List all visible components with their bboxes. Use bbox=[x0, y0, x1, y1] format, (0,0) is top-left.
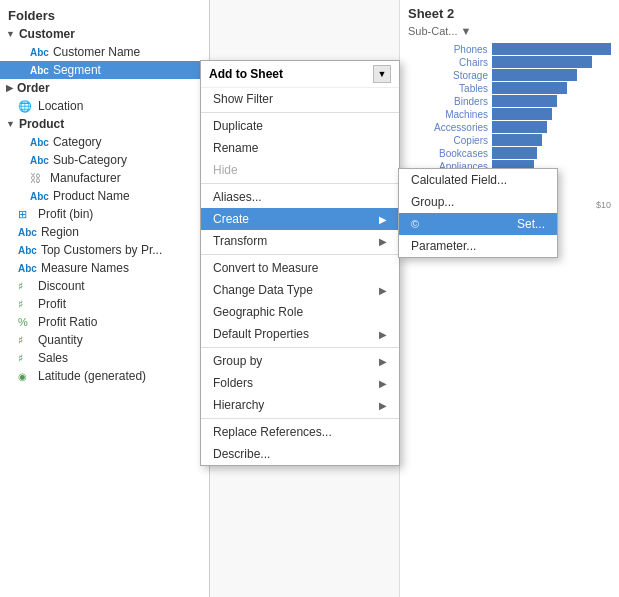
menu-folders[interactable]: Folders ▶ bbox=[201, 372, 399, 394]
item-measure-names[interactable]: Abc Measure Names bbox=[0, 259, 209, 277]
item-segment[interactable]: Abc Segment bbox=[0, 61, 209, 79]
abc-icon: Abc bbox=[30, 191, 49, 202]
item-latitude[interactable]: ◉ Latitude (generated) bbox=[0, 367, 209, 385]
measure-icon: ♯ bbox=[18, 352, 34, 365]
menu-item-label: Hierarchy bbox=[213, 398, 264, 412]
bar-chairs: Chairs bbox=[408, 56, 611, 68]
menu-create[interactable]: Create ▶ bbox=[201, 208, 399, 230]
item-quantity[interactable]: ♯ Quantity bbox=[0, 331, 209, 349]
add-to-sheet-label: Add to Sheet bbox=[209, 67, 373, 81]
item-label: Profit Ratio bbox=[38, 315, 97, 329]
chain-icon: ⛓ bbox=[30, 172, 46, 184]
item-sub-category[interactable]: Abc Sub-Category bbox=[0, 151, 209, 169]
item-label: Top Customers by Pr... bbox=[41, 243, 162, 257]
bar-label: Accessories bbox=[408, 122, 488, 133]
bar-label: Storage bbox=[408, 70, 488, 81]
folder-order[interactable]: ▶ Order bbox=[0, 79, 209, 97]
item-sales[interactable]: ♯ Sales bbox=[0, 349, 209, 367]
item-location[interactable]: 🌐 Location bbox=[0, 97, 209, 115]
submenu-arrow-icon: ▶ bbox=[379, 356, 387, 367]
bar-fill bbox=[492, 82, 567, 94]
menu-rename[interactable]: Rename bbox=[201, 137, 399, 159]
separator bbox=[201, 254, 399, 255]
item-customer-name[interactable]: Abc Customer Name bbox=[0, 43, 209, 61]
submenu-set[interactable]: © Set... bbox=[399, 213, 557, 235]
menu-item-label: Duplicate bbox=[213, 119, 263, 133]
bar-fill bbox=[492, 108, 552, 120]
item-label: Region bbox=[41, 225, 79, 239]
sheet-subtitle: Sub-Cat... ▼ bbox=[408, 25, 611, 37]
menu-aliases[interactable]: Aliases... bbox=[201, 186, 399, 208]
menu-convert-to-measure[interactable]: Convert to Measure bbox=[201, 257, 399, 279]
main-container: Folders ▼ Customer Abc Customer Name Abc… bbox=[0, 0, 619, 597]
item-label: Customer Name bbox=[53, 45, 140, 59]
item-category[interactable]: Abc Category bbox=[0, 133, 209, 151]
menu-describe[interactable]: Describe... bbox=[201, 443, 399, 465]
left-panel: Folders ▼ Customer Abc Customer Name Abc… bbox=[0, 0, 210, 597]
item-profit-bin[interactable]: ⊞ Profit (bin) bbox=[0, 205, 209, 223]
submenu-item-label: Group... bbox=[411, 195, 454, 209]
folder-product-label: Product bbox=[19, 117, 64, 131]
item-label: Profit (bin) bbox=[38, 207, 93, 221]
bar-copiers: Copiers bbox=[408, 134, 611, 146]
bar-machines: Machines bbox=[408, 108, 611, 120]
menu-change-data-type[interactable]: Change Data Type ▶ bbox=[201, 279, 399, 301]
menu-hierarchy[interactable]: Hierarchy ▶ bbox=[201, 394, 399, 416]
menu-group-by[interactable]: Group by ▶ bbox=[201, 350, 399, 372]
menu-item-label: Folders bbox=[213, 376, 253, 390]
item-product-name[interactable]: Abc Product Name bbox=[0, 187, 209, 205]
submenu-arrow-icon: ▶ bbox=[379, 378, 387, 389]
abc-icon: Abc bbox=[30, 47, 49, 58]
item-profit[interactable]: ♯ Profit bbox=[0, 295, 209, 313]
context-menu: Add to Sheet ▼ Show Filter Duplicate Ren… bbox=[200, 60, 400, 466]
menu-geographic-role[interactable]: Geographic Role bbox=[201, 301, 399, 323]
add-to-sheet-dropdown[interactable]: ▼ bbox=[373, 65, 391, 83]
item-manufacturer[interactable]: ⛓ Manufacturer bbox=[0, 169, 209, 187]
item-top-customers[interactable]: Abc Top Customers by Pr... bbox=[0, 241, 209, 259]
measure-icon: ♯ bbox=[18, 298, 34, 311]
globe-icon: ◉ bbox=[18, 371, 34, 382]
separator bbox=[201, 112, 399, 113]
item-label: Quantity bbox=[38, 333, 83, 347]
bar-fill bbox=[492, 134, 542, 146]
bar-label: Bookcases bbox=[408, 148, 488, 159]
menu-replace-references[interactable]: Replace References... bbox=[201, 421, 399, 443]
bar-fill bbox=[492, 95, 557, 107]
bar-tables: Tables bbox=[408, 82, 611, 94]
submenu-arrow-icon: ▶ bbox=[379, 400, 387, 411]
menu-duplicate[interactable]: Duplicate bbox=[201, 115, 399, 137]
triangle-icon: ▼ bbox=[6, 29, 15, 39]
submenu-arrow-icon: ▶ bbox=[379, 236, 387, 247]
item-region[interactable]: Abc Region bbox=[0, 223, 209, 241]
bar-label: Tables bbox=[408, 83, 488, 94]
menu-add-to-sheet[interactable]: Add to Sheet ▼ bbox=[201, 61, 399, 88]
triangle-icon: ▶ bbox=[6, 83, 13, 93]
menu-default-properties[interactable]: Default Properties ▶ bbox=[201, 323, 399, 345]
bar-bookcases: Bookcases bbox=[408, 147, 611, 159]
globe-icon: 🌐 bbox=[18, 100, 34, 113]
submenu-item-label: Parameter... bbox=[411, 239, 476, 253]
submenu-group[interactable]: Group... bbox=[399, 191, 557, 213]
sheet-area: Sheet 2 Sub-Cat... ▼ Phones Chairs Stora… bbox=[399, 0, 619, 597]
menu-show-filter[interactable]: Show Filter bbox=[201, 88, 399, 110]
menu-item-label: Default Properties bbox=[213, 327, 309, 341]
submenu-calculated-field[interactable]: Calculated Field... bbox=[399, 169, 557, 191]
folder-product[interactable]: ▼ Product bbox=[0, 115, 209, 133]
separator bbox=[201, 183, 399, 184]
submenu-arrow-icon: ▶ bbox=[379, 329, 387, 340]
menu-item-label: Show Filter bbox=[213, 92, 273, 106]
abc-icon: Abc bbox=[30, 65, 49, 76]
submenu-parameter[interactable]: Parameter... bbox=[399, 235, 557, 257]
bar-accessories: Accessories bbox=[408, 121, 611, 133]
folder-customer-label: Customer bbox=[19, 27, 75, 41]
item-discount[interactable]: ♯ Discount bbox=[0, 277, 209, 295]
bar-fill bbox=[492, 56, 592, 68]
bar-binders: Binders bbox=[408, 95, 611, 107]
menu-transform[interactable]: Transform ▶ bbox=[201, 230, 399, 252]
menu-item-label: Rename bbox=[213, 141, 258, 155]
menu-item-label: Create bbox=[213, 212, 249, 226]
menu-hide: Hide bbox=[201, 159, 399, 181]
item-profit-ratio[interactable]: % Profit Ratio bbox=[0, 313, 209, 331]
bar-fill bbox=[492, 121, 547, 133]
folder-customer[interactable]: ▼ Customer bbox=[0, 25, 209, 43]
